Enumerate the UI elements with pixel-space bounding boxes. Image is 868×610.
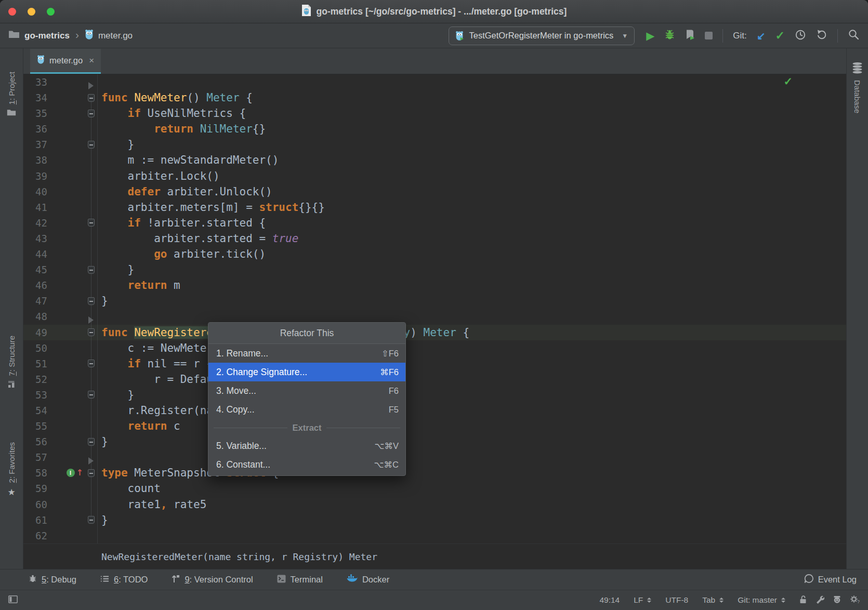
code-line[interactable]: 42 if !arbiter.started { bbox=[23, 215, 846, 231]
code-line[interactable]: 37 } bbox=[23, 137, 846, 152]
code-line[interactable]: 35 if UseNilMetrics { bbox=[23, 105, 846, 121]
toolwindow-debug[interactable]: 5: Debug bbox=[29, 574, 76, 585]
tab-meter-go[interactable]: meter.go × bbox=[30, 49, 101, 74]
toolwindow-version-control[interactable]: 9: Version Control bbox=[172, 574, 253, 586]
code-line[interactable]: 49func NewRegisteredMeter(name string, r… bbox=[23, 325, 846, 340]
code-line[interactable]: 62 bbox=[23, 528, 846, 543]
code-line[interactable]: 46 return m bbox=[23, 277, 846, 293]
fold-open-icon[interactable] bbox=[88, 328, 95, 336]
line-ending-select[interactable]: LF bbox=[634, 595, 651, 605]
file-encoding[interactable]: UTF-8 bbox=[665, 595, 688, 605]
debug-button[interactable] bbox=[664, 29, 675, 43]
code-line[interactable]: 60 rate1, rate5 bbox=[23, 497, 846, 512]
fold-open-icon[interactable] bbox=[88, 94, 95, 102]
code-line[interactable]: 44 go arbiter.tick() bbox=[23, 246, 846, 262]
history-button[interactable] bbox=[795, 29, 806, 43]
gutter: 46 bbox=[23, 277, 97, 293]
code-text: count bbox=[97, 481, 161, 496]
minimize-window-button[interactable] bbox=[28, 8, 35, 16]
menu-item-copy[interactable]: 4. Copy...F5 bbox=[208, 400, 405, 419]
code-text bbox=[97, 74, 101, 90]
code-line[interactable]: 45 } bbox=[23, 262, 846, 277]
search-everywhere-icon[interactable] bbox=[848, 29, 860, 43]
fold-open-icon[interactable] bbox=[88, 219, 95, 227]
git-commit-button[interactable]: ✓ bbox=[775, 30, 785, 42]
gutter: 60 bbox=[23, 497, 97, 512]
caret-position[interactable]: 49:14 bbox=[599, 595, 620, 605]
code-line[interactable]: 53 } bbox=[23, 387, 846, 403]
gear-icon[interactable]: ? bbox=[850, 594, 860, 606]
run-with-coverage-button[interactable] bbox=[685, 29, 695, 43]
code-line[interactable]: 54 r.Register(name, c) bbox=[23, 403, 846, 418]
fold-close-icon[interactable] bbox=[88, 266, 95, 274]
menu-item-move[interactable]: 3. Move...F6 bbox=[208, 381, 405, 400]
close-tab-icon[interactable]: × bbox=[89, 56, 94, 66]
code-line[interactable]: 57 bbox=[23, 449, 846, 465]
git-branch-select[interactable]: Git: master bbox=[738, 595, 785, 605]
code-line[interactable]: 59 count bbox=[23, 481, 846, 496]
code-line[interactable]: 41 arbiter.meters[m] = struct{}{} bbox=[23, 200, 846, 215]
fold-open-icon[interactable] bbox=[88, 110, 95, 117]
code-line[interactable]: 51 if nil == r { bbox=[23, 356, 846, 372]
code-line[interactable]: 39 arbiter.Lock() bbox=[23, 168, 846, 184]
code-line[interactable]: 38 m := newStandardMeter() bbox=[23, 152, 846, 168]
toolwindow-todo[interactable]: 6: TODO bbox=[100, 575, 148, 585]
close-window-button[interactable] bbox=[8, 8, 16, 16]
sidebar-item-structure[interactable]: 7: Structure bbox=[0, 336, 23, 390]
menu-item-constant[interactable]: 6. Constant...⌥⌘C bbox=[208, 455, 405, 474]
inspections-ok-icon[interactable]: ✓ bbox=[783, 75, 793, 88]
menu-item-change-signature[interactable]: 2. Change Signature...⌘F6 bbox=[208, 363, 405, 381]
code-editor[interactable]: 3334func NewMeter() Meter {35 if UseNilM… bbox=[23, 74, 846, 569]
code-line[interactable]: 40 defer arbiter.Unlock() bbox=[23, 184, 846, 200]
toolwindow-terminal[interactable]: Terminal bbox=[277, 575, 323, 585]
indent-style-select[interactable]: Tab bbox=[702, 595, 724, 605]
method-separator-arrow-icon bbox=[88, 457, 94, 465]
fold-close-icon[interactable] bbox=[88, 141, 95, 149]
inspector-icon[interactable] bbox=[833, 595, 841, 606]
code-line[interactable]: 48 bbox=[23, 309, 846, 324]
run-button[interactable]: ▶ bbox=[646, 30, 654, 41]
toolwindow-switcher-icon[interactable] bbox=[8, 595, 18, 605]
fold-close-icon[interactable] bbox=[88, 297, 95, 305]
code-line[interactable]: 61} bbox=[23, 512, 846, 528]
implemented-interface-icon[interactable]: I bbox=[67, 469, 75, 477]
toolwindow-docker[interactable]: Docker bbox=[347, 574, 389, 585]
shortcut-label: ⇧F6 bbox=[382, 349, 399, 359]
structure-icon bbox=[8, 380, 16, 390]
sidebar-item-project[interactable]: 1: Project bbox=[0, 72, 23, 118]
code-line[interactable]: 56} bbox=[23, 434, 846, 449]
menu-item-variable[interactable]: 5. Variable...⌥⌘V bbox=[208, 436, 405, 455]
shortcut-label: ⌘F6 bbox=[380, 367, 399, 377]
zoom-window-button[interactable] bbox=[47, 8, 55, 16]
sidebar-item-favorites[interactable]: 2: Favorites ★ bbox=[0, 442, 23, 498]
stop-button[interactable] bbox=[705, 32, 713, 39]
event-log-button[interactable]: Event Log bbox=[804, 574, 857, 586]
code-line[interactable]: 55 return c bbox=[23, 418, 846, 434]
breadcrumb-project[interactable]: go-metrics bbox=[24, 31, 70, 41]
wrench-icon[interactable] bbox=[816, 595, 824, 606]
lock-icon[interactable] bbox=[799, 595, 807, 606]
fold-close-icon[interactable] bbox=[88, 391, 95, 399]
fold-close-icon[interactable] bbox=[88, 516, 95, 524]
code-line[interactable]: 50 c := NewMeter() bbox=[23, 340, 846, 356]
code-line[interactable]: 34func NewMeter() Meter { bbox=[23, 90, 846, 105]
breadcrumb-file[interactable]: meter.go bbox=[98, 31, 133, 41]
line-number: 58 bbox=[23, 465, 47, 481]
rollback-button[interactable] bbox=[816, 29, 827, 43]
code-line[interactable]: 47} bbox=[23, 293, 846, 309]
menu-item-rename[interactable]: 1. Rename...⇧F6 bbox=[208, 344, 405, 363]
fold-open-icon[interactable] bbox=[88, 469, 95, 477]
code-line[interactable]: 58I↑type MeterSnapshot struct { bbox=[23, 465, 846, 481]
fold-open-icon[interactable] bbox=[88, 360, 95, 367]
sidebar-item-database[interactable]: Database bbox=[847, 62, 868, 113]
code-line[interactable]: 36 return NilMeter{} bbox=[23, 121, 846, 137]
fold-close-icon[interactable] bbox=[88, 438, 95, 446]
override-up-icon[interactable]: ↑ bbox=[76, 465, 83, 481]
code-line[interactable]: 52 r = DefaultRegistry bbox=[23, 372, 846, 387]
code-line[interactable]: 33 bbox=[23, 74, 846, 90]
run-configuration-select[interactable]: TestGetOrRegisterMeter in go-metrics ▼ bbox=[449, 26, 635, 45]
code-text: if !arbiter.started { bbox=[97, 215, 266, 231]
git-update-button[interactable]: ↙ bbox=[757, 31, 766, 41]
tab-label: meter.go bbox=[49, 56, 83, 65]
code-line[interactable]: 43 arbiter.started = true bbox=[23, 231, 846, 246]
